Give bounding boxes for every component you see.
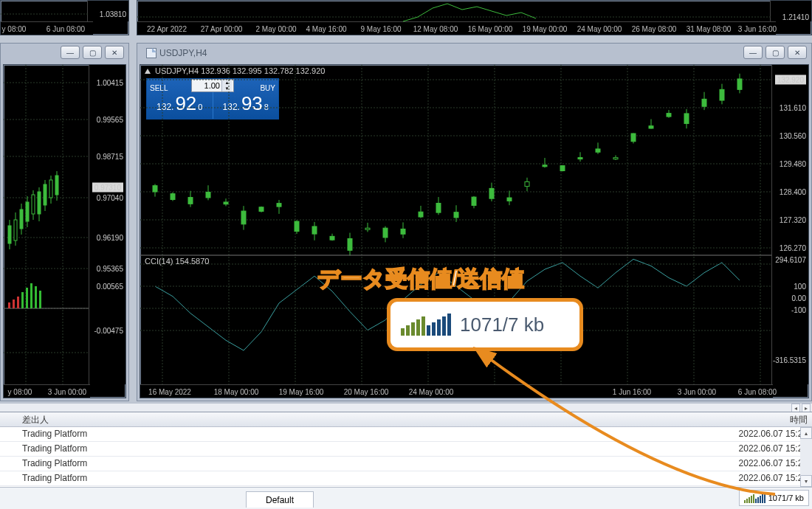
svg-rect-115 <box>667 114 671 117</box>
maximize-button[interactable]: ▢ <box>83 46 102 59</box>
maximize-button[interactable]: ▢ <box>765 46 785 59</box>
connection-status[interactable]: 1071/7 kb <box>739 490 809 506</box>
svg-rect-75 <box>312 226 317 234</box>
chart-window-top-left: 1.03810 y 08:00 6 Jun 08:00 <box>0 0 129 35</box>
svg-rect-19 <box>26 202 29 221</box>
annotation-label: データ受信値/送信値 <box>317 264 524 294</box>
svg-rect-13 <box>8 226 11 243</box>
signal-icon <box>744 493 765 503</box>
svg-rect-111 <box>631 134 636 142</box>
svg-rect-27 <box>49 180 52 198</box>
svg-rect-99 <box>525 181 529 186</box>
svg-rect-73 <box>295 221 299 232</box>
svg-rect-31 <box>8 302 10 308</box>
svg-rect-97 <box>507 198 512 201</box>
svg-rect-87 <box>419 212 423 217</box>
svg-rect-57 <box>153 186 157 192</box>
svg-rect-91 <box>454 212 458 218</box>
table-row[interactable]: Trading Platform2022.06.07 15:23 <box>0 471 812 486</box>
svg-rect-34 <box>21 292 24 308</box>
svg-rect-103 <box>560 166 565 171</box>
chart-window-left-frame: — ▢ ✕ <box>0 43 129 401</box>
svg-rect-32 <box>13 299 15 308</box>
annotation-callout: 1071/7 kb <box>387 298 583 351</box>
last-price-tag: 132.920 <box>775 75 806 85</box>
col-time[interactable]: 時間 <box>738 412 812 426</box>
status-bar: Default 1071/7 kb <box>0 487 812 509</box>
svg-rect-105 <box>578 158 582 159</box>
svg-rect-37 <box>35 286 37 308</box>
svg-rect-89 <box>436 203 441 212</box>
svg-rect-101 <box>543 165 547 167</box>
svg-rect-93 <box>472 197 476 205</box>
svg-rect-79 <box>348 239 352 251</box>
terminal-header: 差出人 時間 <box>0 412 812 427</box>
terminal-scrollbar[interactable]: ▴ ▾ <box>800 427 812 487</box>
svg-rect-113 <box>649 126 653 128</box>
svg-rect-61 <box>188 198 193 204</box>
scroll-up-button[interactable]: ▴ <box>800 427 812 439</box>
svg-rect-107 <box>596 149 600 152</box>
table-row[interactable]: Trading Platform2022.06.07 15:23 <box>0 457 812 471</box>
svg-rect-17 <box>20 210 23 229</box>
svg-rect-33 <box>17 297 19 308</box>
svg-rect-71 <box>277 204 281 207</box>
svg-rect-63 <box>206 192 210 197</box>
table-row[interactable]: Trading Platform2022.06.07 15:23 <box>0 442 812 457</box>
svg-rect-65 <box>224 202 228 204</box>
svg-rect-81 <box>365 228 370 229</box>
svg-rect-59 <box>171 194 175 200</box>
signal-icon <box>401 314 451 336</box>
svg-rect-38 <box>39 291 41 308</box>
svg-rect-83 <box>383 228 388 238</box>
chart-tab-strip: ◂ ▸ <box>0 403 812 412</box>
svg-rect-77 <box>330 236 334 240</box>
svg-rect-121 <box>720 89 724 100</box>
terminal-panel: 差出人 時間 Trading Platform2022.06.07 15:23T… <box>0 412 812 487</box>
close-button[interactable]: ✕ <box>105 46 124 59</box>
svg-rect-69 <box>259 207 264 212</box>
chart-doc-icon <box>146 48 156 58</box>
svg-rect-23 <box>38 192 41 214</box>
chart-window-top-right: 1.21410 22 Apr 2022 27 Apr 00:00 2 May 0… <box>137 0 812 35</box>
svg-rect-21 <box>32 195 35 214</box>
svg-rect-15 <box>14 220 17 240</box>
svg-rect-25 <box>44 184 47 205</box>
minimize-button[interactable]: — <box>61 46 80 59</box>
svg-rect-85 <box>401 229 405 234</box>
col-sender[interactable]: 差出人 <box>0 412 738 426</box>
svg-rect-36 <box>30 283 32 308</box>
chart-title: USDJPY,H4 <box>142 46 211 60</box>
svg-rect-35 <box>26 288 28 308</box>
y-label: 1.03810 <box>100 10 126 18</box>
profile-tab[interactable]: Default <box>246 491 314 508</box>
table-row[interactable]: Trading Platform2022.06.07 15:23 <box>0 427 812 442</box>
svg-rect-29 <box>55 176 58 195</box>
svg-rect-123 <box>737 79 742 89</box>
svg-rect-109 <box>613 158 618 159</box>
svg-rect-117 <box>684 114 689 124</box>
svg-rect-67 <box>241 211 246 224</box>
indicator-label: CCI(14) 154.5870 <box>145 257 209 266</box>
close-button[interactable]: ✕ <box>788 46 807 59</box>
scroll-down-button[interactable]: ▾ <box>800 475 812 487</box>
svg-rect-119 <box>702 99 706 106</box>
svg-rect-95 <box>489 188 494 198</box>
minimize-button[interactable]: — <box>743 46 763 59</box>
